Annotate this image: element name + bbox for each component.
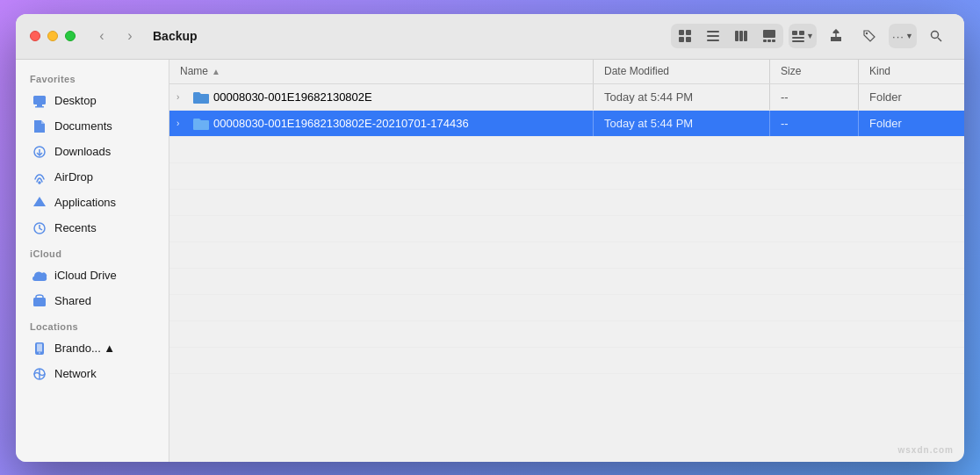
svg-rect-10 xyxy=(763,30,775,38)
file-list-container: Name ▲ Date Modified Size Kind xyxy=(169,60,964,462)
svg-rect-9 xyxy=(744,31,747,41)
forward-button[interactable]: › xyxy=(118,24,142,48)
svg-rect-3 xyxy=(686,37,691,42)
expand-arrow: › xyxy=(177,119,187,128)
table-row-empty xyxy=(169,137,964,163)
icloud-drive-icon xyxy=(32,268,47,284)
more-button-group: ··· ▼ xyxy=(889,24,917,48)
svg-rect-24 xyxy=(35,106,44,108)
svg-rect-1 xyxy=(686,30,691,35)
table-row[interactable]: › 00008030-001E19682130802E Today at 5:4… xyxy=(169,84,964,111)
network-icon xyxy=(32,366,47,382)
column-view-button[interactable] xyxy=(727,24,755,48)
svg-rect-14 xyxy=(792,31,797,35)
table-row-empty xyxy=(169,242,964,269)
svg-point-20 xyxy=(932,32,939,39)
table-row-empty xyxy=(169,321,964,348)
group-button[interactable]: ▼ xyxy=(789,24,817,48)
back-button[interactable]: ‹ xyxy=(90,24,114,48)
icon-view-button[interactable] xyxy=(671,24,699,48)
file-kind: Folder xyxy=(859,90,964,104)
table-row-empty xyxy=(169,163,964,190)
sidebar-item-label: Network xyxy=(54,367,97,380)
size-column-header[interactable]: Size xyxy=(770,65,858,77)
expand-arrow: › xyxy=(177,92,187,102)
svg-rect-17 xyxy=(792,40,804,42)
table-row-empty xyxy=(169,295,964,321)
file-size: -- xyxy=(770,90,858,104)
file-row-name: › 00008030-001E19682130802E xyxy=(169,90,593,104)
svg-point-19 xyxy=(866,32,868,34)
table-row-empty xyxy=(169,269,964,295)
date-column-header[interactable]: Date Modified xyxy=(594,65,769,77)
favorites-section-label: Favorites xyxy=(16,67,169,88)
sidebar-item-label: Recents xyxy=(54,221,97,234)
sidebar-item-desktop[interactable]: Desktop xyxy=(21,89,163,113)
sidebar-item-icloud-drive[interactable]: iCloud Drive xyxy=(21,263,163,288)
svg-rect-31 xyxy=(37,343,42,351)
svg-rect-15 xyxy=(799,31,804,35)
column-header: Name ▲ Date Modified Size Kind xyxy=(169,60,964,84)
file-kind: Folder xyxy=(859,117,964,130)
close-button[interactable] xyxy=(30,31,40,41)
folder-icon xyxy=(192,90,208,103)
svg-rect-13 xyxy=(772,40,775,42)
sidebar-item-label: AirDrop xyxy=(54,170,93,184)
sort-arrow: ▲ xyxy=(212,67,220,76)
documents-icon xyxy=(32,119,47,134)
table-row[interactable]: › 00008030-001E19682130802E-20210701-174… xyxy=(169,111,964,137)
window-title: Backup xyxy=(153,29,198,43)
sidebar-item-label: iCloud Drive xyxy=(54,269,117,282)
svg-rect-2 xyxy=(679,37,684,42)
sidebar-item-label: Desktop xyxy=(54,94,97,107)
sidebar-item-label: Documents xyxy=(54,119,112,133)
sidebar-item-shared[interactable]: Shared xyxy=(21,289,163,313)
svg-point-27 xyxy=(39,182,40,184)
sidebar-item-recents[interactable]: Recents xyxy=(21,216,163,241)
file-row-name: › 00008030-001E19682130802E-20210701-174… xyxy=(169,117,593,130)
name-column-header[interactable]: Name ▲ xyxy=(169,65,593,77)
maximize-button[interactable] xyxy=(65,31,76,41)
sidebar-item-brandon[interactable]: Brando... ▲ xyxy=(21,336,163,361)
svg-rect-8 xyxy=(739,31,743,41)
minimize-button[interactable] xyxy=(47,31,58,41)
file-name: 00008030-001E19682130802E-20210701-17443… xyxy=(213,117,469,130)
list-view-button[interactable] xyxy=(699,24,727,48)
svg-rect-4 xyxy=(707,31,719,32)
file-date: Today at 5:44 PM xyxy=(594,117,769,130)
kind-column-header[interactable]: Kind xyxy=(859,65,964,77)
sidebar-item-downloads[interactable]: Downloads xyxy=(21,140,163,164)
more-button[interactable]: ··· ▼ xyxy=(889,24,917,48)
table-row-empty xyxy=(169,216,964,242)
applications-icon xyxy=(32,195,47,211)
traffic-lights xyxy=(30,31,76,41)
file-name: 00008030-001E19682130802E xyxy=(213,90,372,104)
table-row-empty xyxy=(169,348,964,374)
sidebar-item-applications[interactable]: Applications xyxy=(21,191,163,215)
titlebar: ‹ › Backup xyxy=(16,14,964,60)
svg-rect-5 xyxy=(707,35,719,37)
airdrop-icon xyxy=(32,169,47,185)
search-button[interactable] xyxy=(922,24,950,48)
svg-rect-22 xyxy=(33,96,46,104)
folder-icon xyxy=(192,117,208,129)
sidebar: Favorites Desktop xyxy=(16,60,169,462)
view-buttons xyxy=(671,24,783,48)
sidebar-item-airdrop[interactable]: AirDrop xyxy=(21,165,163,190)
desktop-icon xyxy=(32,93,47,109)
sidebar-item-network[interactable]: Network xyxy=(21,362,163,386)
icloud-section-label: iCloud xyxy=(16,241,169,263)
svg-rect-6 xyxy=(707,40,719,41)
svg-rect-18 xyxy=(831,37,841,41)
tag-button[interactable] xyxy=(855,24,883,48)
file-date: Today at 5:44 PM xyxy=(594,90,769,104)
svg-rect-12 xyxy=(767,40,771,42)
recents-icon xyxy=(32,220,47,236)
sidebar-item-documents[interactable]: Documents xyxy=(21,114,163,139)
shared-icon xyxy=(32,293,47,309)
share-button[interactable] xyxy=(822,24,850,48)
gallery-view-button[interactable] xyxy=(755,24,783,48)
svg-point-32 xyxy=(39,352,40,354)
sidebar-item-label: Applications xyxy=(54,196,116,209)
file-size: -- xyxy=(770,117,858,130)
